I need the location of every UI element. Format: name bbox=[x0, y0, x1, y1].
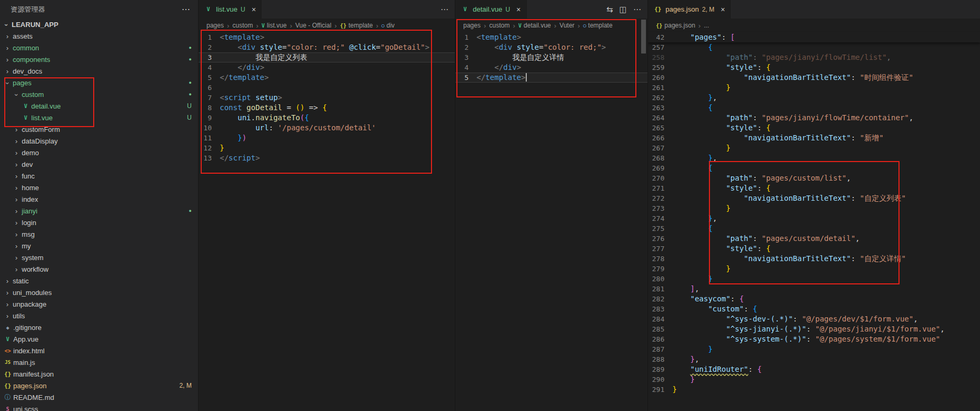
code-line[interactable]: 13</script> bbox=[199, 153, 455, 163]
code-line[interactable]: 267 } bbox=[648, 143, 980, 153]
tree-item-customform[interactable]: ›customForm bbox=[0, 123, 198, 135]
code-line[interactable]: 4 </div> bbox=[455, 62, 648, 73]
code-line[interactable]: 285 "^sys-jianyi-(.*)": "@/pages/jianyi/… bbox=[648, 324, 980, 334]
close-icon[interactable]: × bbox=[721, 5, 725, 14]
code-line[interactable]: 1<template> bbox=[455, 32, 648, 42]
tree-item-app-vue[interactable]: VApp.vue bbox=[0, 333, 198, 345]
code-line[interactable]: 11 }) bbox=[199, 133, 455, 143]
breadcrumb-item[interactable]: Vdetail.vue bbox=[518, 22, 551, 29]
code-line[interactable]: 257 { bbox=[648, 42, 980, 52]
more-actions-icon[interactable]: ⋯ bbox=[440, 5, 448, 14]
breadcrumb-item[interactable]: pages bbox=[463, 22, 481, 29]
code-line[interactable]: 3 我是自定义列表 bbox=[199, 52, 455, 62]
breadcrumb-item[interactable]: Vuter bbox=[560, 22, 574, 29]
code-editor-detail-vue[interactable]: 1<template>2 <div style="color: red;">3 … bbox=[455, 32, 648, 83]
code-line[interactable]: 287 } bbox=[648, 344, 980, 354]
code-line[interactable]: 6 bbox=[199, 83, 455, 93]
tree-item-detail-vue[interactable]: Vdetail.vueU bbox=[0, 100, 198, 112]
tree-item-common[interactable]: ›common● bbox=[0, 42, 198, 53]
code-line[interactable]: 270 "path": "pages/custom/list", bbox=[648, 173, 980, 183]
code-line[interactable]: 8const goDetail = () => { bbox=[199, 103, 455, 113]
breadcrumb-item[interactable]: ... bbox=[704, 22, 709, 29]
tree-item-dev-docs[interactable]: ›dev_docs bbox=[0, 65, 198, 77]
code-line[interactable]: 9 uni.navigateTo({ bbox=[199, 113, 455, 123]
code-line[interactable]: 259 "style": { bbox=[648, 62, 980, 73]
tree-item-gitignore[interactable]: ◆.gitignore bbox=[0, 321, 198, 333]
tree-item-datadisplay[interactable]: ›dataDisplay bbox=[0, 135, 198, 147]
sticky-scroll-line[interactable]: 42 "pages": [ bbox=[648, 32, 980, 42]
tree-item-login[interactable]: ›login bbox=[0, 217, 198, 228]
tree-item-home[interactable]: ›home bbox=[0, 182, 198, 193]
code-line[interactable]: 281 ], bbox=[648, 284, 980, 294]
code-line[interactable]: 12} bbox=[199, 143, 455, 153]
open-changes-icon[interactable]: ⇆ bbox=[606, 5, 613, 14]
code-line[interactable]: 276 "path": "pages/custom/detail", bbox=[648, 234, 980, 244]
tree-item-index-html[interactable]: <>index.html bbox=[0, 345, 198, 356]
tree-item-jianyi[interactable]: ›jianyi● bbox=[0, 205, 198, 217]
breadcrumb-item[interactable]: Vue - Official bbox=[295, 22, 331, 29]
tree-item-manifest-json[interactable]: {}manifest.json bbox=[0, 368, 198, 380]
code-line[interactable]: 262 }, bbox=[648, 93, 980, 103]
tree-item-my[interactable]: ›my bbox=[0, 240, 198, 252]
code-line[interactable]: 1<template> bbox=[199, 32, 455, 42]
breadcrumb-item[interactable]: Vlist.vue bbox=[262, 22, 286, 29]
tree-item-assets[interactable]: ›assets bbox=[0, 30, 198, 42]
code-line[interactable]: 286 "^sys-system-(.*)": "@/pages/system/… bbox=[648, 334, 980, 344]
code-line[interactable]: 275 { bbox=[648, 224, 980, 234]
tree-item-func[interactable]: ›func bbox=[0, 170, 198, 182]
code-line[interactable]: 272 "navigationBarTitleText": "自定义列表" bbox=[648, 193, 980, 203]
code-line[interactable]: 274 }, bbox=[648, 213, 980, 224]
tab-pages-json[interactable]: {}pages.json2, M× bbox=[648, 0, 731, 19]
code-line[interactable]: 291} bbox=[648, 385, 980, 395]
code-line[interactable]: 2 <div style="color: red;" @click="goDet… bbox=[199, 42, 455, 52]
code-line[interactable]: 3 我是自定义详情 bbox=[455, 52, 648, 62]
tree-item-components[interactable]: ›components● bbox=[0, 53, 198, 65]
explorer-root-folder[interactable]: › LEARUN_APP bbox=[0, 19, 198, 30]
code-line[interactable]: 263 { bbox=[648, 103, 980, 113]
code-line[interactable]: 260 "navigationBarTitleText": "时间组件验证" bbox=[648, 73, 980, 83]
tab-list-vue[interactable]: Vlist.vueU× bbox=[199, 0, 262, 19]
code-line[interactable]: 290 } bbox=[648, 374, 980, 385]
code-line[interactable]: 258 "path": "pages/jianyi/flowTime/list"… bbox=[648, 52, 980, 62]
breadcrumb-item[interactable]: custom bbox=[232, 22, 253, 29]
tree-item-workflow[interactable]: ›workflow bbox=[0, 263, 198, 275]
code-line[interactable]: 280 } bbox=[648, 274, 980, 284]
code-line[interactable]: 7<script setup> bbox=[199, 93, 455, 103]
code-line[interactable]: 266 "navigationBarTitleText": "新增" bbox=[648, 133, 980, 143]
tree-item-utils[interactable]: ›utils bbox=[0, 310, 198, 321]
tree-item-uni-scss[interactable]: Suni.scss bbox=[0, 403, 198, 411]
scrollbar-thumb[interactable] bbox=[641, 20, 646, 53]
code-editor-pages-json[interactable]: 42 "pages": [257 {258 "path": "pages/jia… bbox=[648, 32, 980, 395]
code-line[interactable]: 5</template> bbox=[455, 73, 648, 83]
code-line[interactable]: 289 "uniIdRouter": { bbox=[648, 364, 980, 374]
tree-item-demo[interactable]: ›demo bbox=[0, 147, 198, 158]
tree-item-list-vue[interactable]: Vlist.vueU bbox=[0, 112, 198, 123]
code-line[interactable]: 282 "easycom": { bbox=[648, 294, 980, 304]
tree-item-system[interactable]: ›system bbox=[0, 252, 198, 263]
code-line[interactable]: 268 }, bbox=[648, 153, 980, 163]
tree-item-index[interactable]: ›index bbox=[0, 193, 198, 205]
tree-item-main-js[interactable]: JSmain.js bbox=[0, 356, 198, 368]
tree-item-readme-md[interactable]: ⓘREADME.md bbox=[0, 391, 198, 403]
code-line[interactable]: 4 </div> bbox=[199, 62, 455, 73]
more-actions-icon[interactable]: ⋯ bbox=[182, 4, 191, 14]
tree-item-pages[interactable]: ›pages● bbox=[0, 77, 198, 88]
breadcrumb-item[interactable]: pages bbox=[206, 22, 224, 29]
code-line[interactable]: 278 "navigationBarTitleText": "自定义详情" bbox=[648, 254, 980, 264]
tree-item-uni-modules[interactable]: ›uni_modules bbox=[0, 287, 198, 298]
tab-detail-vue[interactable]: Vdetail.vueU× bbox=[455, 0, 527, 19]
close-icon[interactable]: × bbox=[516, 5, 520, 14]
code-line[interactable]: 284 "^sys-dev-(.*)": "@/pages/dev/$1/for… bbox=[648, 314, 980, 324]
tree-item-msg[interactable]: ›msg bbox=[0, 228, 198, 240]
more-actions-icon[interactable]: ⋯ bbox=[633, 5, 641, 14]
tree-item-dev[interactable]: ›dev bbox=[0, 158, 198, 170]
code-editor-list-vue[interactable]: 1<template>2 <div style="color: red;" @c… bbox=[199, 32, 455, 163]
code-line[interactable]: 264 "path": "pages/jianyi/flowTime/conta… bbox=[648, 113, 980, 123]
breadcrumb-item[interactable]: {}template bbox=[340, 22, 373, 29]
tree-item-pages-json[interactable]: {}pages.json2, M bbox=[0, 380, 198, 391]
code-line[interactable]: 277 "style": { bbox=[648, 244, 980, 254]
tree-item-unpackage[interactable]: ›unpackage bbox=[0, 298, 198, 310]
tree-item-custom[interactable]: ›custom● bbox=[0, 88, 198, 100]
code-line[interactable]: 271 "style": { bbox=[648, 183, 980, 193]
code-line[interactable]: 273 } bbox=[648, 203, 980, 213]
